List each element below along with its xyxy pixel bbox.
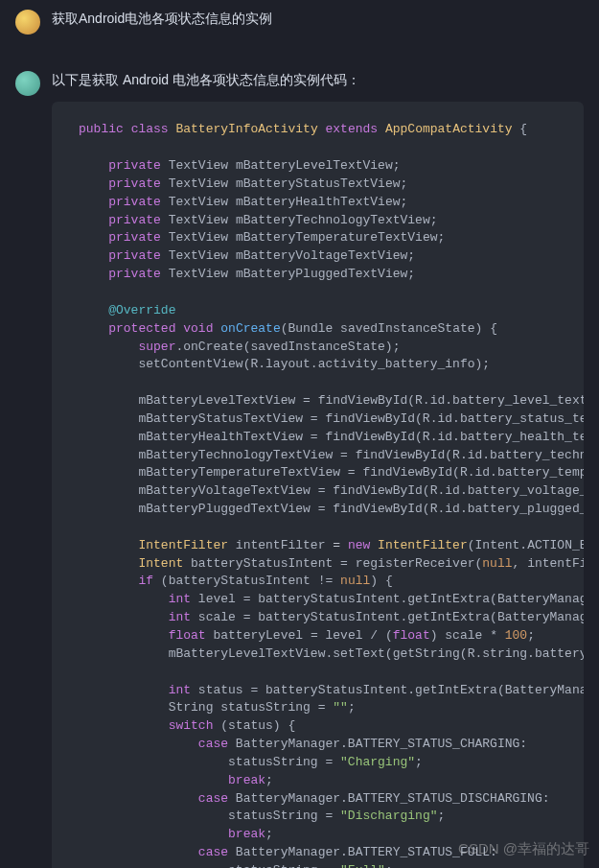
assistant-message-row: 以下是获取 Android 电池各项状态信息的实例代码： public clas… [0, 61, 599, 868]
code-block[interactable]: public class BatteryInfoActivity extends… [52, 102, 584, 868]
assistant-intro-text: 以下是获取 Android 电池各项状态信息的实例代码： [52, 69, 584, 90]
watermark: CSDN @幸福的达哥 [458, 840, 589, 858]
user-message-row: 获取Android电池各项状态信息的实例 [0, 0, 599, 42]
user-message-text: 获取Android电池各项状态信息的实例 [52, 8, 272, 35]
user-avatar [15, 10, 40, 35]
assistant-avatar [15, 71, 40, 96]
